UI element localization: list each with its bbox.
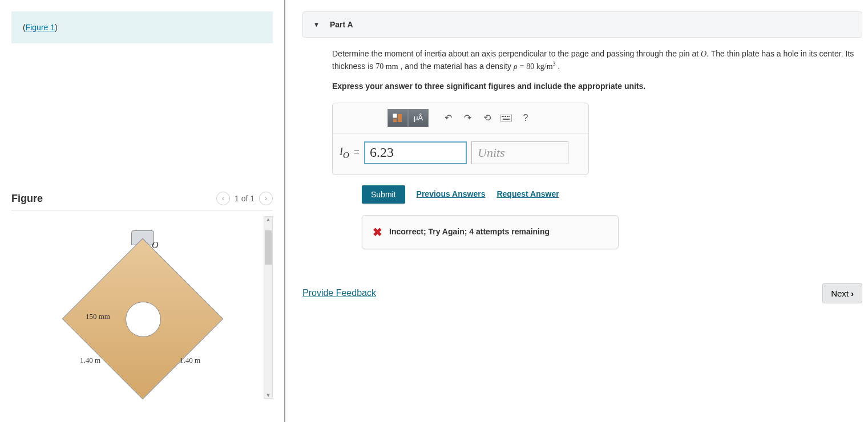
figure-scrollbar[interactable]: ▲ ▼ bbox=[264, 216, 273, 399]
template-icon bbox=[393, 113, 403, 123]
figure-reference-box: (Figure 1) bbox=[11, 11, 273, 43]
svg-rect-0 bbox=[393, 114, 397, 117]
figure-pager: ‹ 1 of 1 › bbox=[216, 192, 273, 205]
scroll-down-icon[interactable]: ▼ bbox=[266, 392, 271, 398]
provide-feedback-link[interactable]: Provide Feedback bbox=[302, 288, 376, 298]
undo-icon[interactable]: ↶ bbox=[440, 111, 456, 125]
scroll-thumb[interactable] bbox=[265, 230, 272, 265]
previous-answers-link[interactable]: Previous Answers bbox=[417, 188, 486, 200]
svg-rect-3 bbox=[500, 115, 512, 121]
svg-rect-2 bbox=[393, 119, 397, 122]
answer-toolbar: μÅ ↶ ↷ ⟲ ? bbox=[333, 103, 588, 133]
diagram-side-right: 1.40 m bbox=[180, 356, 200, 365]
scroll-up-icon[interactable]: ▲ bbox=[266, 217, 271, 222]
chevron-right-icon: › bbox=[851, 289, 854, 298]
feedback-box: ✖ Incorrect; Try Again; 4 attempts remai… bbox=[362, 215, 619, 249]
request-answer-link[interactable]: Request Answer bbox=[496, 188, 559, 200]
part-header[interactable]: ▼ Part A bbox=[302, 11, 862, 38]
reset-icon[interactable]: ⟲ bbox=[479, 111, 495, 125]
feedback-text: Incorrect; Try Again; 4 attempts remaini… bbox=[389, 226, 550, 238]
keyboard-icon[interactable] bbox=[498, 111, 514, 125]
units-button[interactable]: μÅ bbox=[408, 109, 429, 127]
answer-box: μÅ ↶ ↷ ⟲ ? IO = Units bbox=[332, 103, 589, 175]
figure-next-button[interactable]: › bbox=[259, 192, 273, 205]
figure-diagram: O 150 mm 1.40 m 1.40 m bbox=[11, 216, 264, 399]
diagram-side-left: 1.40 m bbox=[80, 356, 100, 365]
svg-rect-8 bbox=[508, 116, 510, 117]
svg-rect-9 bbox=[503, 119, 510, 120]
equals-sign: = bbox=[354, 145, 360, 160]
svg-rect-1 bbox=[398, 114, 402, 122]
diagram-hole-radius: 150 mm bbox=[86, 312, 110, 321]
figure-link[interactable]: Figure 1 bbox=[26, 23, 55, 32]
svg-rect-5 bbox=[503, 116, 504, 117]
answer-variable: IO bbox=[340, 144, 349, 161]
collapse-icon: ▼ bbox=[313, 21, 320, 28]
part-title: Part A bbox=[330, 20, 353, 29]
units-input[interactable]: Units bbox=[471, 141, 568, 164]
question-text: Determine the moment of inertia about an… bbox=[332, 48, 859, 72]
template-button[interactable] bbox=[387, 109, 408, 127]
svg-rect-7 bbox=[507, 116, 508, 117]
svg-rect-4 bbox=[502, 116, 503, 117]
svg-rect-6 bbox=[505, 116, 506, 117]
diagram-point-o: O bbox=[152, 240, 159, 250]
instruction-text: Express your answer to three significant… bbox=[332, 80, 859, 92]
figure-section-title: Figure bbox=[11, 193, 43, 205]
redo-icon[interactable]: ↷ bbox=[459, 111, 475, 125]
submit-button[interactable]: Submit bbox=[362, 185, 405, 204]
next-button[interactable]: Next› bbox=[822, 283, 862, 303]
value-input[interactable] bbox=[364, 141, 467, 164]
incorrect-icon: ✖ bbox=[373, 224, 382, 241]
figure-prev-button[interactable]: ‹ bbox=[216, 192, 230, 205]
figure-pager-text: 1 of 1 bbox=[235, 194, 255, 203]
help-icon[interactable]: ? bbox=[518, 111, 534, 125]
